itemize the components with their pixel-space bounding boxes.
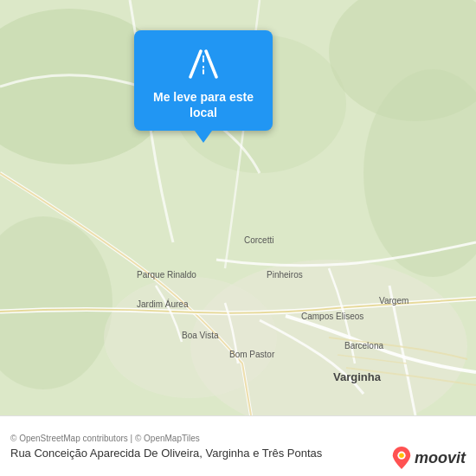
- popup-arrow: [195, 131, 212, 143]
- moovit-logo: moovit: [392, 447, 466, 469]
- svg-line-9: [206, 51, 216, 77]
- moovit-pin-icon: [392, 447, 411, 469]
- svg-point-13: [399, 453, 404, 458]
- svg-point-7: [104, 277, 277, 398]
- svg-line-8: [190, 51, 201, 77]
- map-popup[interactable]: Me leve para este local: [134, 30, 273, 143]
- moovit-text: moovit: [415, 449, 466, 467]
- bottom-bar: © OpenStreetMap contributors | © OpenMap…: [0, 415, 476, 476]
- map-container: Corcetti Parque Rinaldo Pinheiros Jardim…: [0, 0, 476, 415]
- map-popup-box[interactable]: Me leve para este local: [134, 30, 273, 131]
- road-icon: [182, 44, 225, 82]
- popup-label: Me leve para este local: [145, 89, 262, 120]
- attribution-text: © OpenStreetMap contributors | © OpenMap…: [10, 434, 466, 443]
